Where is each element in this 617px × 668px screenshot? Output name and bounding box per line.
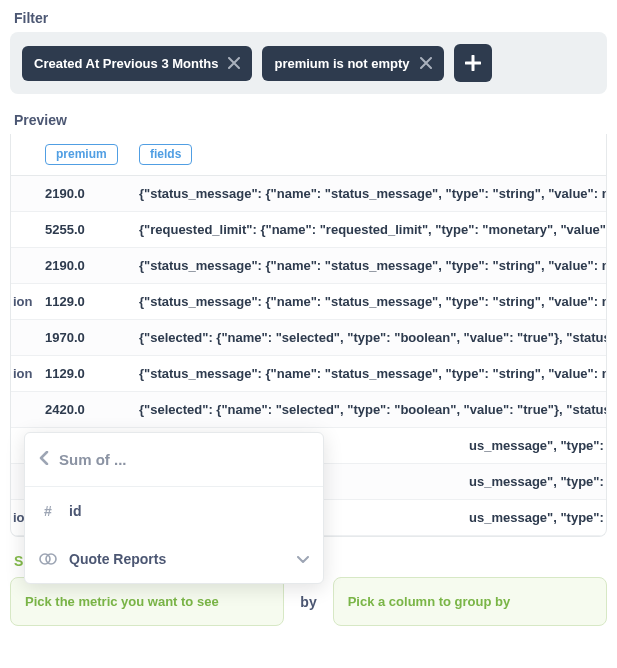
popover-back-button[interactable]: Sum of ... bbox=[25, 433, 323, 487]
filter-chip-created-at[interactable]: Created At Previous 3 Months bbox=[22, 46, 252, 81]
cell-premium: 2190.0 bbox=[45, 186, 139, 201]
popover-title: Sum of ... bbox=[59, 451, 127, 468]
hash-icon: # bbox=[39, 503, 57, 519]
filter-box: Created At Previous 3 Months premium is … bbox=[10, 32, 607, 94]
cell-premium: 1970.0 bbox=[45, 330, 139, 345]
column-header-premium[interactable]: premium bbox=[45, 144, 118, 165]
metric-picker[interactable]: Pick the metric you want to see bbox=[10, 577, 284, 626]
popover-item-label: id bbox=[69, 503, 309, 519]
filter-label: Filter bbox=[0, 0, 617, 32]
preview-label: Preview bbox=[0, 94, 617, 134]
table-row[interactable]: ion1129.0{"status_message": {"name": "st… bbox=[11, 284, 606, 320]
table-row[interactable]: 2420.0{"selected": {"name": "selected", … bbox=[11, 392, 606, 428]
cell-premium: 1129.0 bbox=[45, 294, 139, 309]
close-icon[interactable] bbox=[228, 57, 240, 69]
filter-chip-label: Created At Previous 3 Months bbox=[34, 56, 218, 71]
chevron-down-icon bbox=[297, 551, 309, 567]
row-prefix: ion bbox=[11, 366, 45, 381]
table-row[interactable]: 1970.0{"selected": {"name": "selected", … bbox=[11, 320, 606, 356]
cell-premium: 2190.0 bbox=[45, 258, 139, 273]
filter-chip-label: premium is not empty bbox=[274, 56, 409, 71]
add-filter-button[interactable] bbox=[454, 44, 492, 82]
close-icon[interactable] bbox=[420, 57, 432, 69]
cell-premium: 5255.0 bbox=[45, 222, 139, 237]
table-header-row: premium fields bbox=[11, 134, 606, 176]
table-row[interactable]: ion1129.0{"status_message": {"name": "st… bbox=[11, 356, 606, 392]
svg-point-1 bbox=[46, 554, 56, 564]
popover-item-quote-reports[interactable]: Quote Reports bbox=[25, 535, 323, 583]
table-row[interactable]: 2190.0{"status_message": {"name": "statu… bbox=[11, 248, 606, 284]
cell-premium: 2420.0 bbox=[45, 402, 139, 417]
cell-premium: 1129.0 bbox=[45, 366, 139, 381]
row-prefix: ion bbox=[11, 294, 45, 309]
cell-fields: {"requested_limit": {"name": "requested_… bbox=[139, 222, 606, 237]
summarize-row: Pick the metric you want to see by Pick … bbox=[0, 577, 617, 626]
sum-of-popover: Sum of ... # id Quote Reports bbox=[24, 432, 324, 584]
chevron-left-icon bbox=[39, 449, 49, 470]
cell-fields: {"status_message": {"name": "status_mess… bbox=[139, 366, 606, 381]
column-header-fields[interactable]: fields bbox=[139, 144, 192, 165]
by-text: by bbox=[298, 594, 318, 610]
cell-fields: {"selected": {"name": "selected", "type"… bbox=[139, 402, 606, 417]
cell-fields: {"selected": {"name": "selected", "type"… bbox=[139, 330, 606, 345]
popover-item-id[interactable]: # id bbox=[25, 487, 323, 535]
cell-fields: {"status_message": {"name": "status_mess… bbox=[139, 294, 606, 309]
join-icon bbox=[39, 553, 57, 565]
table-row[interactable]: 5255.0{"requested_limit": {"name": "requ… bbox=[11, 212, 606, 248]
cell-fields: {"status_message": {"name": "status_mess… bbox=[139, 186, 606, 201]
group-picker[interactable]: Pick a column to group by bbox=[333, 577, 607, 626]
table-row[interactable]: 2190.0{"status_message": {"name": "statu… bbox=[11, 176, 606, 212]
cell-fields: {"status_message": {"name": "status_mess… bbox=[139, 258, 606, 273]
filter-chip-premium[interactable]: premium is not empty bbox=[262, 46, 443, 81]
popover-item-label: Quote Reports bbox=[69, 551, 285, 567]
